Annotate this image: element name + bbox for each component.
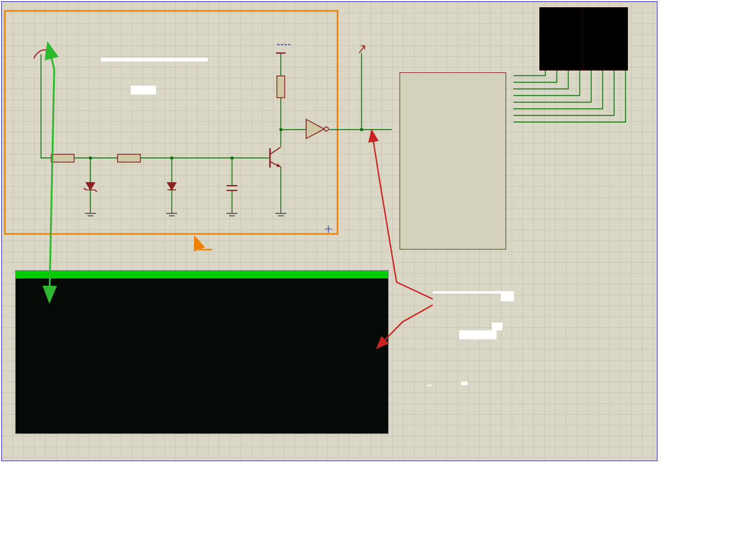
resistor-r2[interactable] [118, 154, 140, 162]
segment-b [569, 16, 575, 36]
ground-icon[interactable] [275, 210, 286, 216]
can-boundary-box[interactable] [5, 11, 337, 234]
junction [231, 157, 234, 160]
segment-dp [621, 60, 625, 63]
segment-c [569, 41, 575, 60]
diode-triangle[interactable] [86, 183, 95, 190]
transistor-q1[interactable] [270, 147, 281, 168]
label-background [459, 330, 497, 339]
seven-segment-display-2[interactable] [583, 7, 628, 71]
can-full-text[interactable] [461, 382, 468, 385]
segment-dp [577, 60, 580, 63]
ground-icon[interactable] [85, 210, 96, 216]
segment-f [592, 16, 597, 36]
segment-f [547, 16, 553, 36]
label-background [501, 291, 514, 301]
graph-canvas [16, 278, 388, 433]
diode-d2[interactable] [168, 183, 176, 190]
seven-segment-display-1[interactable] [539, 7, 583, 71]
voltage-probe-output-icon[interactable] [359, 46, 365, 53]
graph-plot-area [16, 278, 388, 433]
ground-icon[interactable] [227, 210, 237, 216]
label-background [131, 86, 156, 95]
wire[interactable] [41, 54, 51, 158]
seven-segment-glyph [583, 8, 627, 70]
analogue-analysis-graph[interactable] [15, 270, 389, 434]
segment-d [548, 57, 569, 63]
segment-c [614, 41, 620, 60]
proteus-schematic-screen [0, 0, 734, 560]
segment-d [593, 57, 613, 63]
capacitor-c1[interactable] [227, 186, 237, 190]
resistor-body[interactable] [118, 154, 140, 162]
junction [360, 128, 363, 131]
ground-symbols[interactable] [85, 210, 286, 216]
inverter-bubble [324, 127, 328, 131]
segment-b [614, 16, 620, 36]
junction [171, 157, 174, 160]
seven-segment-glyph [540, 8, 582, 70]
junction [89, 157, 92, 160]
wire[interactable] [513, 70, 626, 122]
segment-g [548, 36, 569, 41]
diode-triangle[interactable] [168, 183, 176, 190]
transistor-collector [270, 147, 281, 154]
inverter-u1a[interactable] [306, 119, 328, 139]
segment-g [593, 36, 613, 41]
resistor-body[interactable] [277, 76, 285, 98]
inverter-triangle[interactable] [306, 119, 324, 139]
can-box-outline[interactable] [5, 11, 337, 234]
ground-icon[interactable] [166, 210, 177, 216]
label-background [492, 322, 503, 330]
wires[interactable] [41, 53, 626, 210]
resistor-r3[interactable] [277, 76, 285, 98]
u2-pic16f877a-chip[interactable] [400, 72, 506, 250]
resistor-r1[interactable] [51, 154, 74, 162]
graph-title [16, 271, 388, 278]
red-annotation-note[interactable] [433, 291, 502, 294]
green-annotation-note[interactable] [101, 58, 208, 61]
resistor-body[interactable] [51, 154, 74, 162]
junction [280, 128, 283, 131]
diode-d1-zener[interactable] [84, 183, 97, 192]
wire[interactable] [513, 70, 557, 83]
wire[interactable] [513, 70, 568, 89]
wire[interactable] [513, 70, 545, 76]
voltage-probe-input-icon[interactable] [34, 50, 50, 58]
origin-marker-icon [325, 225, 332, 233]
can-label-bottom[interactable] [427, 385, 432, 386]
wire[interactable] [513, 70, 580, 96]
